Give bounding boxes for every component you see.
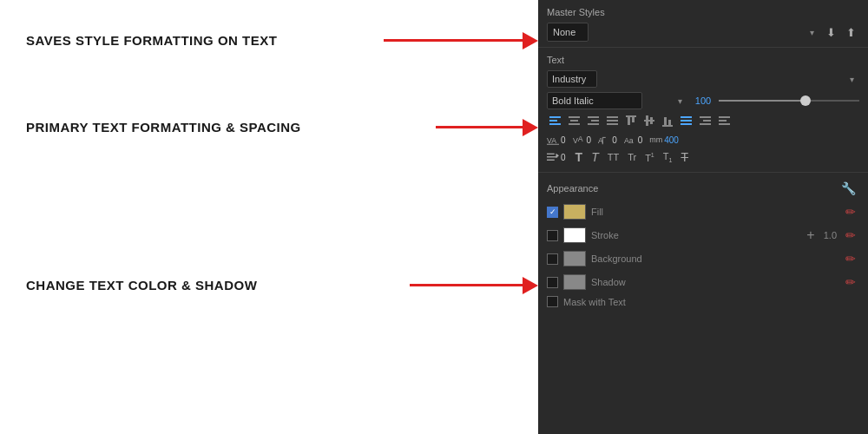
master-styles-up-btn[interactable]: ⬆ xyxy=(843,24,859,41)
svg-rect-29 xyxy=(700,116,711,118)
svg-rect-0 xyxy=(549,116,561,118)
svg-rect-44 xyxy=(547,156,557,157)
align-extra-btn[interactable] xyxy=(716,115,733,130)
stroke-label: Stroke xyxy=(591,230,798,240)
shadow-edit-btn[interactable]: ✏ xyxy=(842,273,859,291)
typo-regular-btn[interactable]: T xyxy=(573,149,586,165)
svg-rect-26 xyxy=(681,116,692,118)
metric-baseline-value: 0 xyxy=(612,135,617,145)
svg-rect-17 xyxy=(632,117,635,122)
background-color-swatch[interactable] xyxy=(563,251,586,266)
align-col-btn[interactable] xyxy=(678,115,694,130)
metric-indent-value: 0 xyxy=(561,153,566,162)
annotation-row-3: CHANGE TEXT COLOR & SHADOW xyxy=(26,278,538,293)
fill-checkmark: ✓ xyxy=(549,207,556,216)
svg-rect-9 xyxy=(591,120,599,122)
align-justify-btn[interactable] xyxy=(604,115,621,130)
align-bottom-btn[interactable] xyxy=(660,114,675,130)
metric-width-label: mm xyxy=(649,135,662,144)
svg-rect-10 xyxy=(588,123,599,125)
annotation-row-2: PRIMARY TEXT FORMATTING & SPACING xyxy=(26,120,538,135)
stroke-add-btn[interactable]: + xyxy=(803,228,818,242)
shadow-label: Shadow xyxy=(591,277,837,287)
slider-thumb xyxy=(800,95,811,106)
stroke-checkbox[interactable] xyxy=(547,230,558,241)
stroke-edit-btn[interactable]: ✏ xyxy=(842,227,859,244)
appearance-header: Appearance 🔧 xyxy=(547,180,859,197)
shadow-checkbox[interactable] xyxy=(547,277,558,288)
background-edit-btn[interactable]: ✏ xyxy=(842,250,859,267)
stroke-color-swatch[interactable] xyxy=(563,227,586,243)
svg-rect-34 xyxy=(719,123,730,125)
fill-edit-btn[interactable]: ✏ xyxy=(842,203,859,220)
master-styles-row: None Style 1 Style 2 ⬇ ⬆ xyxy=(547,23,859,42)
align-center-btn[interactable] xyxy=(566,115,582,130)
section-master-styles: Master Styles None Style 1 Style 2 ⬇ ⬆ xyxy=(538,0,868,48)
align-opt-btn[interactable] xyxy=(697,115,713,130)
master-styles-select[interactable]: None Style 1 Style 2 xyxy=(547,23,589,42)
master-styles-down-btn[interactable]: ⬇ xyxy=(823,24,839,41)
typo-subscript-btn[interactable]: T1 xyxy=(661,150,675,164)
font-family-select[interactable]: Industry Arial Helvetica xyxy=(547,70,597,88)
svg-rect-5 xyxy=(570,120,578,122)
annotation-area: SAVES STYLE FORMATTING ON TEXT PRIMARY T… xyxy=(0,0,538,434)
section-text: Text Industry Arial Helvetica Bold Itali… xyxy=(538,48,868,173)
typo-superscript-btn[interactable]: T1 xyxy=(642,151,657,164)
fill-label: Fill xyxy=(591,207,837,217)
svg-rect-16 xyxy=(628,117,630,125)
svg-rect-15 xyxy=(626,115,636,117)
metric-baseline: A 0 xyxy=(598,134,617,146)
align-right-btn[interactable] xyxy=(585,115,602,130)
align-middle-btn[interactable] xyxy=(641,114,657,130)
arrow-1 xyxy=(384,32,538,49)
background-checkbox[interactable] xyxy=(547,253,558,265)
svg-text:VA: VA xyxy=(547,136,556,145)
svg-rect-24 xyxy=(668,120,671,125)
stroke-row: Stroke + 1.0 ✏ xyxy=(547,226,859,245)
font-size-slider[interactable] xyxy=(719,100,859,102)
metrics-row-1: VA 0 VA 0 A 0 Aa xyxy=(547,134,859,146)
section-appearance: Appearance 🔧 ✓ Fill ✏ Stroke + 1.0 ✏ Bac… xyxy=(538,173,868,312)
fill-checkbox[interactable]: ✓ xyxy=(547,207,558,218)
font-family-wrapper: Industry Arial Helvetica xyxy=(547,70,859,88)
font-family-row: Industry Arial Helvetica xyxy=(547,70,859,88)
font-style-select[interactable]: Bold Italic Regular Bold Italic xyxy=(547,92,642,109)
typo-italic-btn[interactable]: T xyxy=(589,149,602,165)
svg-rect-27 xyxy=(681,120,692,122)
svg-rect-21 xyxy=(646,122,648,126)
appearance-title: Appearance xyxy=(547,183,598,194)
annotation-row-1: SAVES STYLE FORMATTING ON TEXT xyxy=(26,33,538,48)
svg-rect-20 xyxy=(644,120,654,122)
typo-strikethrough-btn[interactable]: T xyxy=(678,149,691,165)
metric-indent: 0 xyxy=(547,151,566,163)
svg-text:VA: VA xyxy=(573,135,583,145)
fill-row: ✓ Fill ✏ xyxy=(547,202,859,221)
slider-fill xyxy=(719,100,803,102)
align-top-btn[interactable] xyxy=(623,114,639,130)
align-left-btn[interactable] xyxy=(547,115,563,130)
mask-checkbox[interactable] xyxy=(547,296,558,307)
svg-rect-14 xyxy=(607,123,618,125)
svg-rect-8 xyxy=(588,116,599,118)
arrow-shape-2 xyxy=(436,119,538,136)
typo-small-caps-btn[interactable]: Tr xyxy=(625,151,639,163)
arrow-line-2 xyxy=(436,126,523,128)
svg-rect-1 xyxy=(549,120,557,122)
mask-row: Mask with Text xyxy=(547,296,859,307)
wrench-btn[interactable]: 🔧 xyxy=(838,180,859,197)
metric-width-value: 400 xyxy=(664,135,679,145)
arrow-head-1 xyxy=(523,32,538,49)
master-styles-title: Master Styles xyxy=(547,7,859,17)
shadow-row: Shadow ✏ xyxy=(547,273,859,292)
metric-tracking-value: 0 xyxy=(561,135,566,145)
shadow-color-swatch[interactable] xyxy=(563,274,586,290)
annotation-label-2: PRIMARY TEXT FORMATTING & SPACING xyxy=(26,120,301,135)
svg-rect-6 xyxy=(569,123,580,125)
arrow-3 xyxy=(410,277,538,294)
typo-all-caps-btn[interactable]: TT xyxy=(605,151,621,163)
typo-styles-row: T T TT Tr T1 T1 T xyxy=(573,149,691,165)
right-panel: Master Styles None Style 1 Style 2 ⬇ ⬆ T… xyxy=(538,0,868,434)
stroke-value: 1.0 xyxy=(824,230,837,240)
mask-label: Mask with Text xyxy=(563,297,626,307)
fill-color-swatch[interactable] xyxy=(563,204,586,220)
